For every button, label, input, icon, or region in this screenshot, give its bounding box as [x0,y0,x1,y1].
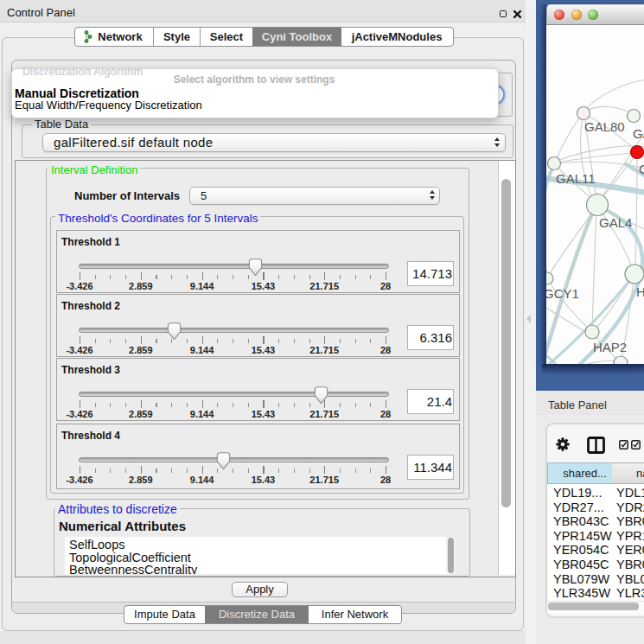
svg-text:GAL11: GAL11 [556,171,596,186]
svg-text:CY: CY [639,162,644,176]
svg-text:GA: GA [633,126,644,141]
svg-text:HAP2: HAP2 [593,340,627,354]
svg-text:GAL80: GAL80 [584,119,625,134]
svg-text:GCY1: GCY1 [546,286,579,301]
svg-text:GAL4: GAL4 [599,215,632,230]
svg-text:HA: HA [636,284,644,299]
